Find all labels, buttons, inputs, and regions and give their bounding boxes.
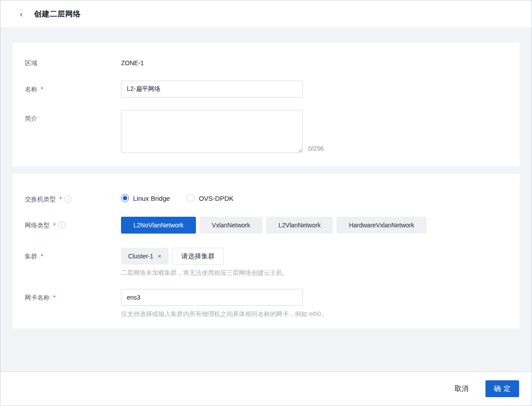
page-header: ‹ 创建二层网络 bbox=[0, 0, 532, 28]
nic-name-row: 网卡名称* 仅支持选择或输入集群内所有物理机之间具体相同名称的网卡，例如 eth… bbox=[12, 289, 520, 318]
description-label-text: 简介 bbox=[25, 114, 37, 123]
network-type-vxlan-button[interactable]: VxlanNetwork bbox=[200, 217, 262, 234]
radio-linux-bridge-label: Linux Bridge bbox=[133, 195, 170, 202]
form-content: 区域 ZONE-1 名称* 简介 0 bbox=[0, 28, 532, 371]
name-input[interactable] bbox=[121, 81, 303, 98]
cluster-label-text: 集群 bbox=[25, 252, 37, 261]
name-label: 名称* bbox=[25, 81, 121, 94]
zone-row: 区域 ZONE-1 bbox=[12, 59, 520, 67]
char-counter: 0/256 bbox=[308, 145, 324, 152]
create-l2-network-page: ‹ 创建二层网络 区域 ZONE-1 名称* bbox=[0, 0, 532, 406]
switch-type-label-text: 交换机类型 bbox=[25, 195, 56, 203]
radio-ovs-dpdk-label: OVS-DPDK bbox=[199, 195, 233, 202]
cluster-row: 集群* Cluster-1 × 请选择集群 二层网络未加载集群，将无法使用相应三… bbox=[12, 248, 520, 277]
remove-cluster-icon[interactable]: × bbox=[158, 253, 161, 259]
required-asterisk: * bbox=[53, 293, 55, 302]
network-type-row: 网络类型* i L2NoVlanNetwork VxlanNetwork L2V… bbox=[12, 217, 520, 234]
switch-type-label: 交换机类型* i bbox=[25, 191, 121, 203]
description-label: 简介 bbox=[25, 110, 121, 123]
radio-linux-bridge[interactable]: Linux Bridge bbox=[121, 194, 170, 202]
page-title: 创建二层网络 bbox=[34, 9, 81, 19]
radio-selected-icon[interactable] bbox=[121, 194, 129, 202]
required-asterisk: * bbox=[53, 221, 55, 230]
zone-label: 区域 bbox=[25, 59, 121, 67]
zone-label-text: 区域 bbox=[25, 59, 37, 67]
info-icon[interactable]: i bbox=[58, 222, 65, 229]
network-type-l2novlan-button[interactable]: L2NoVlanNetwork bbox=[121, 217, 196, 234]
cluster-tag: Cluster-1 × bbox=[121, 248, 168, 265]
cancel-button[interactable]: 取消 bbox=[454, 382, 469, 396]
nic-name-label: 网卡名称* bbox=[25, 289, 121, 302]
network-config-card: 交换机类型* i Linux Bridge OVS-DPDK 网络类型 bbox=[12, 174, 520, 328]
select-cluster-button[interactable]: 请选择集群 bbox=[172, 248, 224, 265]
info-icon[interactable]: i bbox=[64, 195, 71, 203]
footer-bar: 取消 确定 bbox=[0, 371, 532, 406]
basic-info-card: 区域 ZONE-1 名称* 简介 0 bbox=[12, 43, 520, 166]
nic-name-hint: 仅支持选择或输入集群内所有物理机之间具体相同名称的网卡，例如 eth0。 bbox=[121, 310, 327, 318]
confirm-button[interactable]: 确定 bbox=[485, 380, 519, 397]
cluster-label: 集群* bbox=[25, 248, 121, 261]
required-asterisk: * bbox=[59, 195, 62, 203]
required-asterisk: * bbox=[41, 252, 43, 261]
cluster-hint: 二层网络未加载集群，将无法使用相应三层网络创建云主机。 bbox=[121, 269, 289, 277]
network-type-label: 网络类型* i bbox=[25, 217, 121, 230]
back-icon[interactable]: ‹ bbox=[19, 8, 23, 20]
radio-ovs-dpdk[interactable]: OVS-DPDK bbox=[187, 194, 233, 202]
radio-unselected-icon[interactable] bbox=[187, 194, 195, 202]
cluster-tag-label: Cluster-1 bbox=[128, 253, 153, 260]
switch-type-row: 交换机类型* i Linux Bridge OVS-DPDK bbox=[12, 191, 520, 203]
network-type-label-text: 网络类型 bbox=[25, 221, 50, 230]
zone-value: ZONE-1 bbox=[121, 59, 144, 67]
name-label-text: 名称 bbox=[25, 85, 37, 94]
description-textarea[interactable] bbox=[121, 110, 303, 153]
network-type-hardwarevxlan-button[interactable]: HardwareVxlanNetwork bbox=[336, 217, 426, 234]
description-row: 简介 0/256 bbox=[12, 110, 520, 153]
network-type-l2vlan-button[interactable]: L2VlanNetwork bbox=[266, 217, 333, 234]
required-asterisk: * bbox=[41, 85, 43, 94]
nic-name-label-text: 网卡名称 bbox=[25, 293, 50, 302]
name-row: 名称* bbox=[12, 81, 520, 98]
nic-name-input[interactable] bbox=[121, 289, 303, 306]
